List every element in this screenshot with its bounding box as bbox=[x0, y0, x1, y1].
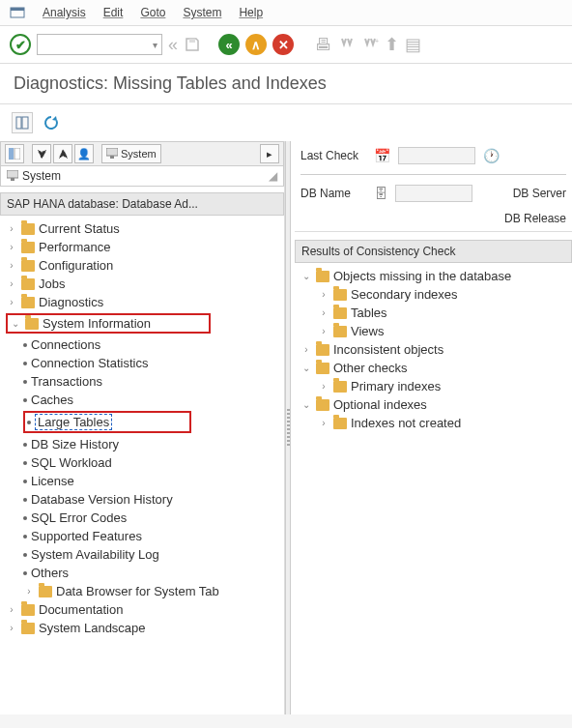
menu-goto[interactable]: Goto bbox=[140, 6, 165, 19]
layout-icon[interactable]: ▤ bbox=[405, 34, 421, 55]
expand-all-icon[interactable]: ⮝ bbox=[53, 144, 72, 163]
tree-optional-indexes[interactable]: ⌄Optional indexes bbox=[297, 395, 570, 414]
tree-label: System Landscape bbox=[39, 621, 146, 635]
tree-label: Transactions bbox=[31, 374, 102, 389]
app-menu-icon[interactable] bbox=[10, 6, 25, 19]
export-icon[interactable]: ⬆ bbox=[385, 34, 399, 55]
leaf-icon bbox=[23, 480, 27, 483]
back-icon[interactable]: « bbox=[218, 34, 240, 55]
tree-label: Objects missing in the database bbox=[333, 269, 511, 283]
tree-views[interactable]: ›Views bbox=[297, 322, 570, 340]
refresh-icon[interactable] bbox=[41, 112, 62, 133]
folder-icon bbox=[21, 297, 35, 308]
tree-indexes-not-created[interactable]: ›Indexes not created bbox=[297, 414, 570, 432]
tree-tables[interactable]: ›Tables bbox=[297, 304, 570, 322]
tree-label: Connection Statistics bbox=[31, 356, 148, 370]
tree-performance[interactable]: ›Performance bbox=[2, 238, 282, 256]
left-tree: ›Current Status ›Performance ›Configurat… bbox=[0, 216, 284, 714]
leaf-icon bbox=[23, 516, 27, 520]
right-fields: Last Check 📅 🕐 DB Name 🗄 DB Server DB Re… bbox=[295, 141, 572, 232]
right-pane: Last Check 📅 🕐 DB Name 🗄 DB Server DB Re… bbox=[291, 141, 572, 714]
folder-icon bbox=[316, 344, 329, 356]
svg-rect-10 bbox=[7, 170, 18, 178]
tree-caches[interactable]: Caches bbox=[2, 391, 282, 409]
cancel-icon[interactable]: ✕ bbox=[272, 34, 294, 55]
tree-license[interactable]: License bbox=[2, 472, 282, 490]
exit-icon[interactable]: ∧ bbox=[245, 34, 267, 55]
folder-icon bbox=[21, 278, 35, 290]
collapse-all-icon[interactable]: ⮟ bbox=[32, 144, 51, 163]
db-release-row: DB Release bbox=[300, 212, 566, 225]
tree-supported-features[interactable]: Supported Features bbox=[2, 527, 282, 545]
tree-primary-indexes[interactable]: ›Primary indexes bbox=[297, 377, 570, 395]
folder-icon bbox=[39, 586, 52, 597]
tree-system-availability-log[interactable]: System Availability Log bbox=[2, 545, 282, 564]
tree-label: Performance bbox=[39, 240, 110, 254]
folder-icon bbox=[333, 307, 347, 319]
folder-icon bbox=[316, 399, 329, 411]
ok-icon[interactable]: ✔ bbox=[10, 34, 31, 55]
tree-sql-workload[interactable]: SQL Workload bbox=[2, 453, 282, 472]
db-name-label: DB Name bbox=[300, 187, 366, 200]
folder-icon bbox=[21, 242, 35, 253]
tree-label: DB Size History bbox=[31, 437, 119, 451]
tree-sql-error-codes[interactable]: SQL Error Codes bbox=[2, 509, 282, 527]
tree-diagnostics[interactable]: ›Diagnostics bbox=[2, 293, 282, 311]
menu-analysis[interactable]: Analysis bbox=[43, 6, 86, 19]
nav-back-icon[interactable]: « bbox=[168, 35, 178, 55]
tree-db-size-history[interactable]: DB Size History bbox=[2, 435, 282, 453]
tree-configuration[interactable]: ›Configuration bbox=[2, 256, 282, 275]
tree-db-version-history[interactable]: Database Version History bbox=[2, 490, 282, 509]
user-icon[interactable]: 👤 bbox=[74, 144, 94, 163]
tree-label: Tables bbox=[351, 306, 387, 320]
tree-connections[interactable]: Connections bbox=[2, 335, 282, 354]
last-check-date-field[interactable] bbox=[398, 147, 475, 164]
menu-edit[interactable]: Edit bbox=[103, 6, 124, 19]
svg-text:+: + bbox=[375, 38, 379, 44]
svg-rect-7 bbox=[14, 148, 20, 160]
clock-icon[interactable]: 🕐 bbox=[483, 148, 500, 163]
tree-secondary-indexes[interactable]: ›Secondary indexes bbox=[297, 285, 570, 304]
system-selector[interactable]: System ◢ bbox=[0, 165, 284, 187]
tree-label: License bbox=[31, 474, 74, 488]
find-next-icon[interactable]: + bbox=[361, 36, 379, 53]
overflow-icon[interactable]: ▸ bbox=[260, 144, 279, 163]
folder-icon bbox=[21, 260, 35, 272]
save-icon[interactable] bbox=[184, 36, 201, 53]
db-name-field[interactable] bbox=[395, 185, 472, 202]
tree-system-information[interactable]: ⌄System Information bbox=[2, 311, 282, 335]
tree-label: Configuration bbox=[39, 258, 113, 273]
tree-inconsistent-objects[interactable]: ›Inconsistent objects bbox=[297, 340, 570, 359]
tree-label: System Availability Log bbox=[31, 547, 159, 562]
tree-label: Other checks bbox=[333, 361, 408, 375]
results-header: Results of Consistency Check bbox=[295, 240, 572, 263]
tree-data-browser[interactable]: ›Data Browser for System Tab bbox=[2, 582, 282, 600]
svg-rect-1 bbox=[11, 8, 24, 11]
tree-jobs[interactable]: ›Jobs bbox=[2, 275, 282, 293]
tree-other-checks[interactable]: ⌄Other checks bbox=[297, 359, 570, 377]
calendar-icon[interactable]: 📅 bbox=[374, 148, 390, 163]
find-icon[interactable] bbox=[338, 36, 356, 53]
tree-others[interactable]: Others bbox=[2, 564, 282, 582]
system-dropdown[interactable]: System bbox=[101, 144, 161, 163]
tree-label: SQL Error Codes bbox=[31, 510, 127, 525]
tree-connection-statistics[interactable]: Connection Statistics bbox=[2, 354, 282, 372]
tree-documentation[interactable]: ›Documentation bbox=[2, 600, 282, 619]
tree-transactions[interactable]: Transactions bbox=[2, 372, 282, 391]
tree-objects-missing[interactable]: ⌄Objects missing in the database bbox=[297, 267, 570, 285]
system-resize-icon[interactable]: ◢ bbox=[269, 169, 277, 183]
tree-current-status[interactable]: ›Current Status bbox=[2, 219, 282, 238]
tree-label: Caches bbox=[31, 393, 73, 407]
command-field[interactable]: ▾ bbox=[37, 34, 162, 55]
tree-large-tables[interactable]: Large Tables bbox=[2, 409, 282, 435]
print-icon[interactable]: 🖶 bbox=[315, 35, 332, 55]
leaf-icon bbox=[23, 498, 27, 502]
tree-layout-icon[interactable] bbox=[5, 144, 24, 163]
layout-settings-icon[interactable] bbox=[12, 112, 33, 133]
leaf-icon bbox=[23, 380, 27, 384]
svg-rect-11 bbox=[11, 178, 14, 181]
leaf-icon bbox=[23, 343, 27, 347]
menu-system[interactable]: System bbox=[183, 6, 221, 19]
tree-system-landscape[interactable]: ›System Landscape bbox=[2, 619, 282, 637]
menu-help[interactable]: Help bbox=[239, 6, 263, 19]
